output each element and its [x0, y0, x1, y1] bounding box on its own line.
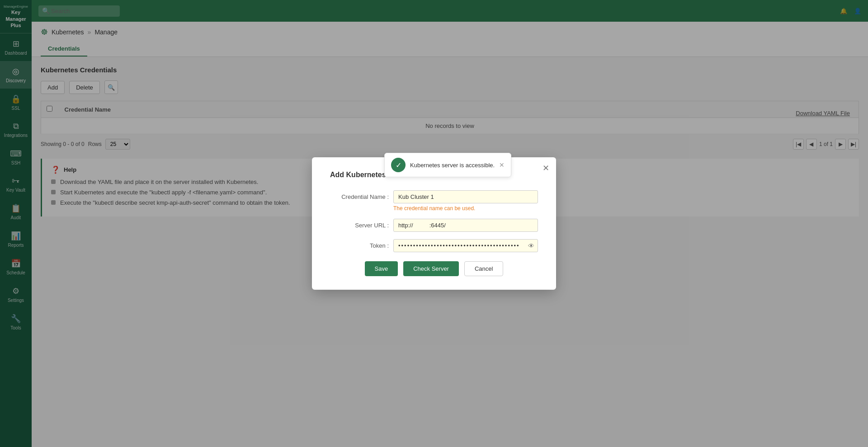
modal-close-button[interactable]: ✕	[542, 164, 549, 172]
credential-name-wrap: The credential name can be used.	[393, 190, 538, 212]
credential-hint: The credential name can be used.	[393, 205, 538, 212]
credential-name-row: Credential Name : The credential name ca…	[330, 190, 538, 212]
credential-name-input[interactable]	[393, 190, 538, 203]
toast-success-icon: ✓	[391, 158, 406, 172]
checkmark-icon: ✓	[396, 161, 401, 169]
cancel-button[interactable]: Cancel	[464, 261, 503, 276]
token-label: Token :	[330, 239, 389, 249]
token-row: Token : 👁	[330, 239, 538, 252]
server-url-label: Server URL :	[330, 219, 389, 229]
token-wrap: 👁	[393, 239, 538, 252]
toggle-token-visibility-button[interactable]: 👁	[528, 242, 534, 249]
token-input[interactable]	[393, 239, 538, 252]
toast-message: Kubernetes server is accessible.	[410, 162, 495, 169]
save-button[interactable]: Save	[365, 261, 398, 276]
toast-close-button[interactable]: ✕	[499, 161, 505, 169]
toast-notification: ✓ Kubernetes server is accessible. ✕	[384, 153, 511, 177]
credential-name-label: Credential Name :	[330, 190, 389, 200]
add-credentials-modal: ✓ Kubernetes server is accessible. ✕ Add…	[312, 157, 556, 290]
modal-overlay: ✓ Kubernetes server is accessible. ✕ Add…	[0, 0, 868, 447]
check-server-button[interactable]: Check Server	[403, 261, 459, 276]
form-actions: Save Check Server Cancel	[330, 261, 538, 276]
server-url-input[interactable]	[393, 219, 538, 232]
token-input-wrapper: 👁	[393, 239, 538, 252]
server-url-wrap	[393, 219, 538, 232]
server-url-row: Server URL :	[330, 219, 538, 232]
